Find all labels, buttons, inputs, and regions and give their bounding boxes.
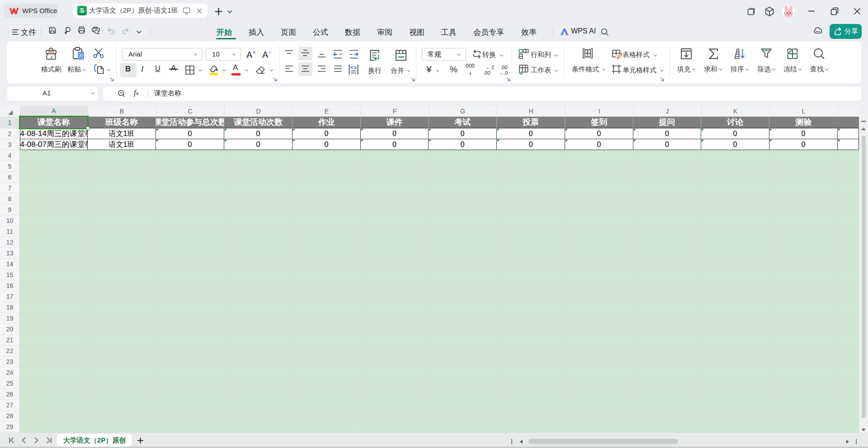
svg-text:.00: .00: [483, 70, 490, 75]
svg-text:.00: .00: [500, 65, 507, 70]
svg-text:→.0: →.0: [499, 70, 508, 75]
svg-text:←.0: ←.0: [486, 65, 494, 70]
